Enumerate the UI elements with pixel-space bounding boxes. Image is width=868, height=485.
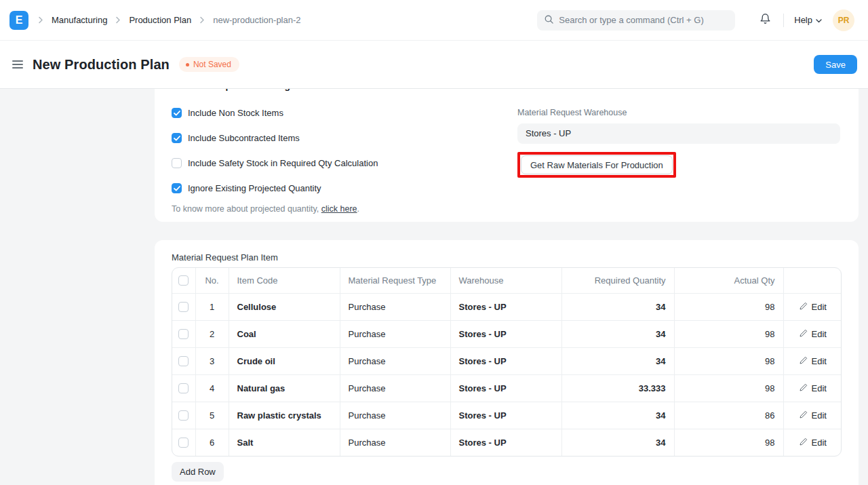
edit-row-button[interactable]: Edit (800, 356, 827, 366)
item-code-cell: Cellulose (229, 293, 340, 320)
checkbox-include-subcontracted-items[interactable]: Include Subcontracted Items (172, 133, 378, 143)
material-request-warehouse-label: Material Request Warehouse (517, 108, 840, 117)
required-quantity-cell: 34 (561, 402, 674, 429)
edit-label: Edit (812, 356, 827, 366)
top-navbar: E Manufacturing Production Plan new-prod… (0, 0, 868, 41)
breadcrumb-item-production-plan[interactable]: Production Plan (129, 15, 191, 25)
edit-row-button[interactable]: Edit (800, 302, 827, 312)
avatar[interactable]: PR (833, 9, 854, 31)
grid-title: Material Request Plan Item (172, 252, 842, 263)
main-content: Material Request Planning Include Non St… (0, 89, 868, 485)
bell-icon (760, 13, 771, 27)
row-checkbox[interactable] (178, 383, 189, 393)
select-all-checkbox[interactable] (178, 275, 189, 286)
checkbox-column: Include Non Stock Items Include Subcontr… (172, 108, 378, 214)
edit-row-button[interactable]: Edit (800, 410, 827, 421)
material-request-type-cell: Purchase (340, 320, 450, 347)
material-request-type-cell: Purchase (340, 293, 450, 320)
breadcrumb: Manufacturing Production Plan new-produc… (38, 15, 301, 25)
row-checkbox[interactable] (178, 302, 189, 312)
item-code-cell: Raw plastic crystals (229, 402, 340, 429)
item-code-cell: Natural gas (229, 374, 340, 402)
help-menu[interactable]: Help (794, 15, 822, 25)
warehouse-cell: Stores - UP (450, 429, 561, 456)
table-row: 6 Salt Purchase Stores - UP 34 98 Edit (172, 429, 842, 456)
checkbox-label: Ignore Existing Projected Quantity (188, 183, 321, 193)
row-number: 4 (195, 374, 229, 402)
help-text-prefix: To know more about projected quantity, (172, 204, 321, 214)
checkbox-label: Include Non Stock Items (188, 108, 283, 118)
notifications-button[interactable] (760, 13, 771, 27)
material-request-plan-item-grid: No. Item Code Material Request Type Ware… (172, 267, 842, 457)
click-here-link[interactable]: click here (321, 204, 357, 214)
global-search[interactable] (537, 10, 735, 31)
row-checkbox[interactable] (178, 329, 189, 339)
chevron-right-icon (38, 16, 43, 24)
checkbox-include-safety-stock[interactable]: Include Safety Stock in Required Qty Cal… (172, 158, 378, 168)
checkbox-icon (172, 108, 182, 118)
search-icon (544, 14, 554, 26)
checkbox-icon (172, 133, 182, 143)
material-request-plan-item-section: Material Request Plan Item No. Item Code… (155, 240, 859, 485)
breadcrumb-item-manufacturing[interactable]: Manufacturing (52, 15, 107, 25)
help-text-suffix: . (357, 204, 359, 214)
actual-qty-cell: 98 (674, 293, 783, 320)
grid-header-row: No. Item Code Material Request Type Ware… (172, 268, 842, 293)
red-highlight-annotation: Get Raw Materials For Production (517, 152, 676, 178)
row-number: 6 (195, 429, 229, 456)
edit-label: Edit (812, 438, 827, 448)
chevron-right-icon (199, 16, 205, 24)
table-row: 1 Cellulose Purchase Stores - UP 34 98 E… (172, 293, 842, 320)
material-request-type-cell: Purchase (340, 374, 450, 402)
required-quantity-cell: 34 (561, 347, 674, 374)
row-number: 2 (195, 320, 229, 347)
search-input[interactable] (559, 15, 728, 25)
projected-quantity-help-text: To know more about projected quantity, c… (172, 204, 378, 214)
required-quantity-cell: 34 (561, 320, 674, 347)
row-checkbox[interactable] (178, 438, 189, 448)
pencil-icon (800, 410, 808, 421)
row-checkbox[interactable] (178, 410, 189, 421)
edit-label: Edit (812, 329, 827, 339)
warehouse-cell: Stores - UP (450, 347, 561, 374)
app-logo[interactable]: E (9, 11, 28, 30)
page-header: New Production Plan Not Saved Save (0, 41, 868, 89)
checkbox-icon (172, 158, 182, 168)
pencil-icon (800, 302, 808, 312)
column-header-actual-qty: Actual Qty (674, 268, 783, 293)
material-request-type-cell: Purchase (340, 347, 450, 374)
pencil-icon (800, 383, 808, 393)
actual-qty-cell: 98 (674, 347, 783, 374)
chevron-right-icon (115, 16, 121, 24)
table-row: 2 Coal Purchase Stores - UP 34 98 Edit (172, 320, 842, 347)
avatar-initials: PR (838, 16, 850, 25)
menu-icon[interactable] (12, 60, 23, 69)
material-request-type-cell: Purchase (340, 402, 450, 429)
edit-row-button[interactable]: Edit (800, 438, 827, 448)
get-raw-materials-button[interactable]: Get Raw Materials For Production (521, 155, 673, 174)
warehouse-cell: Stores - UP (450, 293, 561, 320)
checkbox-include-non-stock-items[interactable]: Include Non Stock Items (172, 108, 378, 118)
material-request-warehouse-input[interactable]: Stores - UP (517, 123, 840, 144)
edit-row-button[interactable]: Edit (800, 383, 827, 393)
checkbox-ignore-existing-projected-quantity[interactable]: Ignore Existing Projected Quantity (172, 183, 378, 193)
breadcrumb-item-current-doc[interactable]: new-production-plan-2 (213, 15, 300, 25)
help-label: Help (794, 15, 812, 25)
warehouse-cell: Stores - UP (450, 402, 561, 429)
actual-qty-cell: 98 (674, 374, 783, 402)
item-code-cell: Crude oil (229, 347, 340, 374)
edit-label: Edit (812, 302, 827, 312)
edit-label: Edit (812, 383, 827, 393)
row-checkbox[interactable] (178, 356, 189, 366)
required-quantity-cell: 34 (561, 293, 674, 320)
status-badge: Not Saved (179, 57, 239, 72)
pencil-icon (800, 356, 808, 366)
edit-row-button[interactable]: Edit (800, 329, 827, 339)
column-header-required-quantity: Required Quantity (561, 268, 674, 293)
column-header-material-request-type: Material Request Type (340, 268, 450, 293)
add-row-button[interactable]: Add Row (172, 462, 224, 482)
column-header-no: No. (195, 268, 229, 293)
column-header-warehouse: Warehouse (450, 268, 561, 293)
required-quantity-cell: 34 (561, 429, 674, 456)
save-button[interactable]: Save (814, 55, 857, 74)
